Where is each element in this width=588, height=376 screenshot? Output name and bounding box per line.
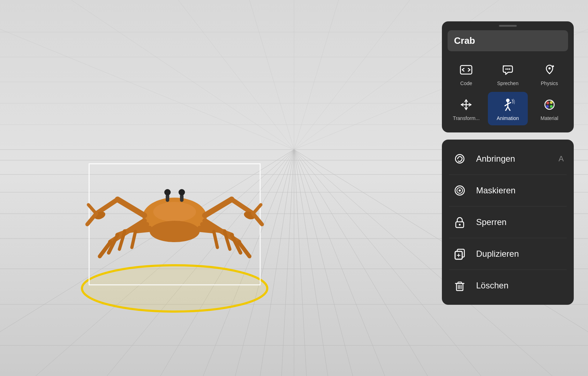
loeschen-label: Löschen — [476, 281, 564, 291]
duplicate-icon — [452, 246, 468, 262]
animation-button[interactable]: Animation — [488, 92, 528, 125]
svg-point-85 — [550, 101, 553, 104]
svg-point-74 — [164, 189, 171, 195]
sperren-button[interactable]: Sperren — [442, 207, 574, 238]
svg-point-78 — [507, 68, 509, 70]
svg-point-84 — [546, 101, 549, 104]
physics-label: Physics — [541, 80, 558, 86]
maskieren-label: Maskieren — [476, 186, 564, 195]
sprechen-label: Sprechen — [497, 80, 519, 86]
svg-point-87 — [550, 105, 553, 108]
animation-label: Animation — [497, 115, 519, 121]
context-panel: Anbringen A Maskieren — [442, 140, 574, 305]
sprechen-button[interactable]: Sprechen — [488, 57, 528, 90]
material-icon — [542, 97, 557, 113]
sperren-label: Sperren — [476, 217, 564, 227]
material-button[interactable]: Material — [529, 92, 569, 125]
svg-point-83 — [545, 100, 554, 109]
physics-button[interactable]: Physics — [529, 57, 569, 90]
svg-point-86 — [546, 105, 549, 108]
speech-icon — [500, 62, 516, 78]
duplizieren-label: Duplizieren — [476, 249, 564, 259]
code-label: Code — [460, 80, 472, 86]
mask-icon — [452, 183, 468, 198]
svg-point-77 — [505, 68, 507, 70]
svg-point-81 — [552, 66, 554, 67]
svg-point-91 — [459, 189, 461, 192]
animation-icon — [500, 97, 516, 113]
svg-point-71 — [150, 221, 200, 242]
anbringen-label: Anbringen — [476, 154, 550, 164]
maskieren-button[interactable]: Maskieren — [442, 175, 574, 206]
object-panel: Code Sprechen — [442, 21, 574, 132]
svg-point-80 — [548, 67, 551, 69]
lock-icon — [452, 214, 468, 230]
svg-point-79 — [509, 68, 510, 70]
action-buttons-grid: Code Sprechen — [442, 57, 574, 125]
object-name-row — [442, 29, 574, 57]
svg-point-41 — [82, 265, 267, 312]
transform-label: Transform... — [453, 115, 480, 121]
delete-icon — [452, 278, 468, 293]
physics-icon — [542, 62, 557, 78]
transform-icon — [458, 97, 474, 113]
attach-icon — [452, 151, 468, 167]
svg-point-75 — [179, 189, 185, 195]
svg-point-44 — [153, 202, 196, 222]
right-panels: Code Sprechen — [442, 21, 574, 305]
drag-handle[interactable] — [442, 21, 574, 29]
loeschen-button[interactable]: Löschen — [442, 270, 574, 301]
object-name-input[interactable] — [448, 30, 568, 51]
code-button[interactable]: Code — [446, 57, 486, 90]
material-label: Material — [541, 115, 558, 121]
code-icon — [458, 62, 474, 78]
anbringen-shortcut: A — [558, 154, 564, 163]
duplizieren-button[interactable]: Duplizieren — [442, 238, 574, 270]
svg-point-93 — [459, 224, 461, 226]
anbringen-button[interactable]: Anbringen A — [442, 143, 574, 174]
transform-button[interactable]: Transform... — [446, 92, 486, 125]
